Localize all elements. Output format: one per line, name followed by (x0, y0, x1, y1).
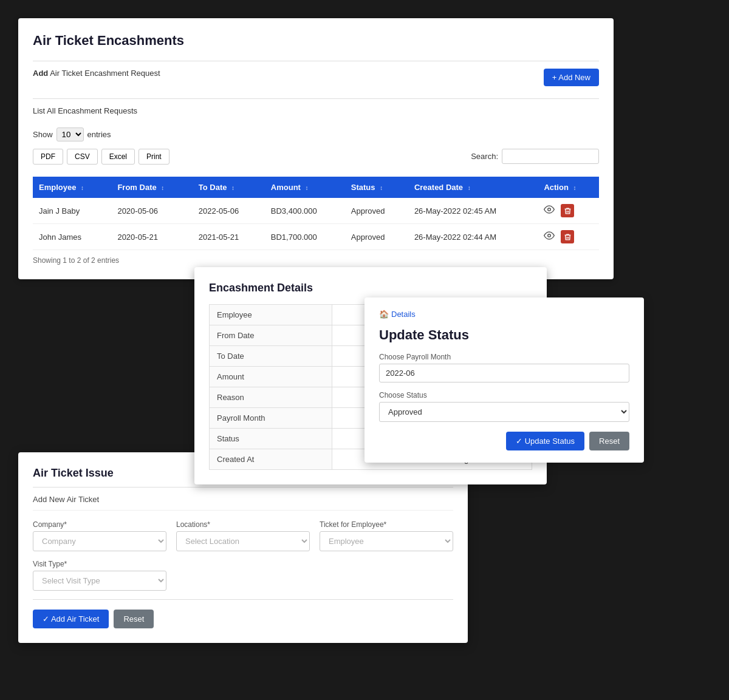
search-input[interactable] (502, 149, 599, 164)
issue-btn-group: ✓ Add Air Ticket Reset (33, 610, 453, 628)
cell-action (538, 224, 599, 250)
issue-form-row-2: Visit Type* Select Visit Type (33, 560, 453, 591)
col-from-date[interactable]: From Date ↕ (111, 177, 192, 198)
cell-amount: BD1,700.000 (265, 224, 345, 250)
detail-label: Reason (210, 387, 332, 408)
svg-point-0 (548, 208, 551, 211)
update-title: Update Status (379, 327, 629, 343)
details-title: Encashment Details (209, 282, 532, 294)
employee-select[interactable]: Employee (320, 531, 453, 551)
view-icon[interactable] (544, 230, 557, 243)
cell-from-date: 2020-05-21 (111, 224, 192, 250)
table-row: John James 2020-05-21 2021-05-21 BD1,700… (33, 224, 599, 250)
detail-label: Employee (210, 305, 332, 325)
pdf-button[interactable]: PDF (33, 149, 63, 165)
cell-to-date: 2021-05-21 (193, 224, 265, 250)
issue-subtitle: Add New Air Ticket (33, 495, 453, 511)
entries-select[interactable]: 10 25 50 (56, 127, 84, 141)
update-status-button[interactable]: ✓ Update Status (506, 432, 584, 450)
status-select[interactable]: Approved Pending Rejected (379, 402, 629, 422)
delete-icon[interactable] (561, 204, 574, 217)
encashments-table: Employee ↕ From Date ↕ To Date ↕ Amount … (33, 177, 599, 250)
search-bar: Search: (471, 149, 599, 164)
add-air-ticket-button[interactable]: ✓ Add Air Ticket (33, 610, 109, 628)
issue-divider-2 (33, 599, 453, 600)
payroll-input[interactable] (379, 364, 629, 382)
cell-from-date: 2020-05-06 (111, 198, 192, 224)
show-label: Show (33, 130, 53, 139)
detail-label: Status (210, 429, 332, 449)
employee-col: Ticket for Employee* Employee (320, 520, 453, 551)
add-label: Add (33, 69, 48, 78)
issue-reset-button[interactable]: Reset (114, 610, 154, 628)
update-reset-button[interactable]: Reset (589, 432, 629, 450)
toolbar-row: PDF CSV Excel Print Search: (33, 149, 599, 172)
add-new-label: Add New (33, 495, 65, 504)
visit-type-label: Visit Type* (33, 560, 166, 568)
table-row: Jain J Baby 2020-05-06 2022-05-06 BD3,40… (33, 198, 599, 224)
payroll-label: Choose Payroll Month (379, 353, 629, 361)
employee-label: Ticket for Employee* (320, 520, 453, 529)
cell-employee: John James (33, 224, 111, 250)
showing-text: Showing 1 to 2 of 2 entries (33, 256, 599, 265)
locations-col: Locations* Select Location (176, 520, 310, 551)
show-entries-row: Show 10 25 50 entries (33, 127, 599, 141)
list-label: List All (33, 106, 56, 115)
sort-icon-to-date: ↕ (231, 185, 234, 191)
sort-icon-status: ↕ (380, 185, 383, 191)
list-section-bar: List All Encashment Requests (33, 98, 599, 120)
company-label: Company* (33, 520, 166, 529)
csv-button[interactable]: CSV (67, 149, 98, 165)
search-label: Search: (471, 152, 498, 161)
locations-label: Locations* (176, 520, 310, 529)
visit-type-col: Visit Type* Select Visit Type (33, 560, 166, 591)
cell-created-date: 26-May-2022 02:44 AM (408, 224, 538, 250)
breadcrumb-label: Details (391, 310, 416, 319)
sort-icon-amount: ↕ (306, 185, 309, 191)
entries-label: entries (87, 130, 111, 139)
sort-icon-from-date: ↕ (161, 185, 164, 191)
breadcrumb[interactable]: 🏠 Details (379, 310, 629, 319)
detail-label: To Date (210, 346, 332, 367)
svg-point-1 (548, 234, 551, 237)
update-status-card: 🏠 Details Update Status Choose Payroll M… (364, 297, 644, 463)
excel-button[interactable]: Excel (101, 149, 135, 165)
visit-type-select[interactable]: Select Visit Type (33, 571, 166, 591)
delete-icon[interactable] (561, 230, 574, 243)
home-icon: 🏠 (379, 310, 389, 319)
add-subtitle: Air Ticket Encashment Request (50, 69, 160, 78)
add-new-subtitle: Air Ticket (67, 495, 99, 504)
print-button[interactable]: Print (139, 149, 169, 165)
sort-icon-employee: ↕ (81, 185, 84, 191)
detail-label: Amount (210, 367, 332, 387)
cell-to-date: 2022-05-06 (193, 198, 265, 224)
status-label: Choose Status (379, 391, 629, 399)
col-action: Action ↕ (538, 177, 599, 198)
list-subtitle: Encashment Requests (58, 106, 137, 115)
cell-action (538, 198, 599, 224)
page-title: Air Ticket Encashments (33, 33, 599, 49)
main-card: Air Ticket Encashments Add Air Ticket En… (18, 18, 614, 279)
locations-select[interactable]: Select Location (176, 531, 310, 551)
sort-icon-action: ↕ (573, 185, 576, 191)
col-status[interactable]: Status ↕ (345, 177, 408, 198)
col-to-date[interactable]: To Date ↕ (193, 177, 265, 198)
col-amount[interactable]: Amount ↕ (265, 177, 345, 198)
issue-form-row-1: Company* Company Locations* Select Locat… (33, 520, 453, 551)
col-employee[interactable]: Employee ↕ (33, 177, 111, 198)
detail-label: Created At (210, 449, 332, 470)
add-new-button[interactable]: + Add New (544, 69, 599, 86)
detail-label: Payroll Month (210, 408, 332, 429)
company-select[interactable]: Company (33, 531, 166, 551)
add-section-bar: Add Air Ticket Encashment Request + Add … (33, 61, 599, 93)
status-group: Choose Status Approved Pending Rejected (379, 391, 629, 422)
col-created-date[interactable]: Created Date ↕ (408, 177, 538, 198)
company-col: Company* Company (33, 520, 166, 551)
cell-status: Approved (345, 224, 408, 250)
issue-divider (33, 487, 453, 488)
cell-amount: BD3,400.000 (265, 198, 345, 224)
export-btns: PDF CSV Excel Print (33, 149, 169, 165)
sort-icon-created: ↕ (468, 185, 471, 191)
view-icon[interactable] (544, 204, 557, 217)
cell-status: Approved (345, 198, 408, 224)
